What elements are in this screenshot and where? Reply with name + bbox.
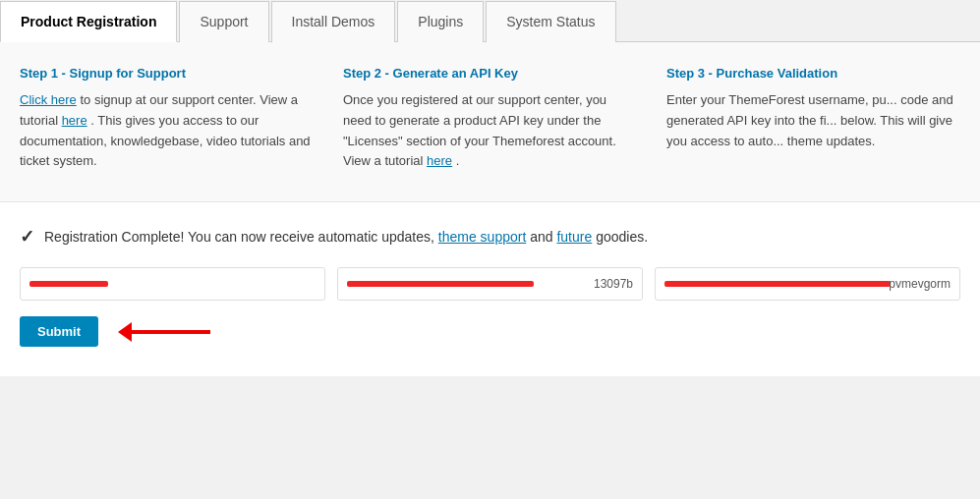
api-key-suffix: pvmevgorm bbox=[889, 277, 951, 291]
reg-message-part2: and bbox=[526, 229, 556, 245]
submit-button[interactable]: Submit bbox=[20, 316, 98, 347]
tab-system-status[interactable]: System Status bbox=[486, 1, 615, 42]
reg-message-part1: Registration Complete! You can now recei… bbox=[44, 229, 438, 245]
step1-text: Click here to signup at our support cent… bbox=[20, 90, 314, 172]
purchase-code-field-wrapper: 13097b bbox=[337, 267, 643, 301]
step2-column: Step 2 - Generate an API Key Once you re… bbox=[343, 66, 666, 172]
fields-row: 13097b pvmevgorm bbox=[20, 267, 960, 301]
arrow-indicator bbox=[118, 322, 210, 342]
registration-message-text: Registration Complete! You can now recei… bbox=[44, 229, 648, 245]
step1-link1[interactable]: Click here bbox=[20, 92, 77, 107]
registration-section: ✓ Registration Complete! You can now rec… bbox=[0, 202, 980, 376]
step2-text-part2: . bbox=[456, 153, 460, 168]
tab-install-demos[interactable]: Install Demos bbox=[271, 1, 396, 42]
reg-link-theme-support[interactable]: theme support bbox=[438, 229, 527, 245]
reg-link-future[interactable]: future bbox=[556, 229, 592, 245]
checkmark-icon: ✓ bbox=[20, 226, 34, 248]
purchase-code-suffix: 13097b bbox=[594, 277, 633, 291]
username-field-wrapper bbox=[20, 267, 325, 301]
step2-title: Step 2 - Generate an API Key bbox=[343, 66, 637, 81]
reg-message-part3: goodies. bbox=[592, 229, 648, 245]
page-wrapper: Product Registration Support Install Dem… bbox=[0, 0, 980, 499]
step3-column: Step 3 - Purchase Validation Enter your … bbox=[666, 66, 960, 172]
step3-title: Step 3 - Purchase Validation bbox=[666, 66, 960, 81]
step2-text: Once you registered at our support cente… bbox=[343, 90, 637, 172]
steps-section: Step 1 - Signup for Support Click here t… bbox=[0, 42, 980, 202]
submit-row: Submit bbox=[20, 316, 960, 347]
main-content: Step 1 - Signup for Support Click here t… bbox=[0, 42, 980, 376]
step1-link2[interactable]: here bbox=[62, 113, 87, 128]
step1-column: Step 1 - Signup for Support Click here t… bbox=[20, 66, 343, 172]
step1-title: Step 1 - Signup for Support bbox=[20, 66, 314, 81]
step3-text: Enter your ThemeForest username, pu... c… bbox=[666, 90, 960, 151]
step2-text-part1: Once you registered at our support cente… bbox=[343, 92, 616, 168]
arrow-shaft bbox=[132, 330, 210, 334]
tab-support[interactable]: Support bbox=[179, 1, 268, 42]
tabs-bar: Product Registration Support Install Dem… bbox=[0, 0, 980, 42]
api-key-field-wrapper: pvmevgorm bbox=[655, 267, 960, 301]
tab-plugins[interactable]: Plugins bbox=[397, 1, 484, 42]
registration-message: ✓ Registration Complete! You can now rec… bbox=[20, 226, 960, 248]
step2-link[interactable]: here bbox=[427, 153, 452, 168]
username-input[interactable] bbox=[20, 267, 325, 301]
tab-product-registration[interactable]: Product Registration bbox=[0, 1, 177, 42]
arrow-head bbox=[118, 322, 132, 342]
